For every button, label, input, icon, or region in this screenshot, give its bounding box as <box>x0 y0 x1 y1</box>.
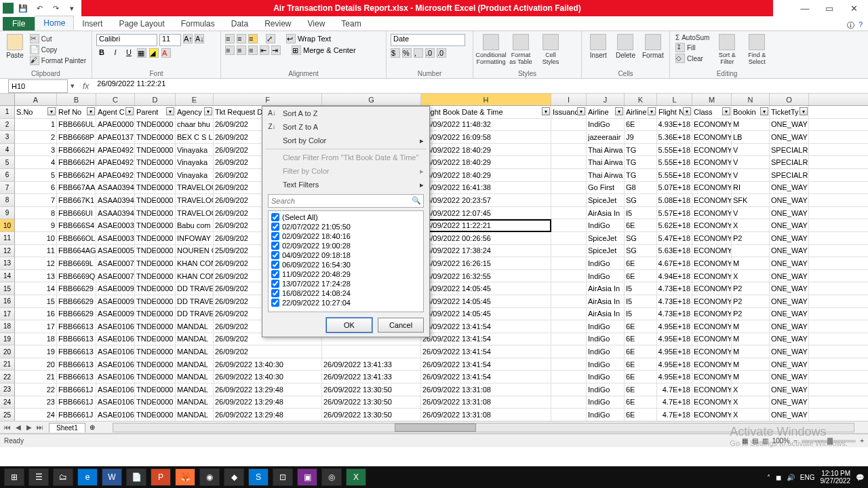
cell[interactable] <box>551 295 587 307</box>
cell[interactable]: 4.95E+18 <box>657 320 692 333</box>
cell[interactable]: TNDE0000 <box>135 156 176 168</box>
filter-cancel-button[interactable]: Cancel <box>378 318 424 333</box>
cell[interactable]: ONE_WAY <box>770 257 809 269</box>
row-header-17[interactable]: 17 <box>0 308 15 321</box>
cell[interactable]: BEX C S LC <box>176 131 214 143</box>
cell[interactable]: ECONOMY <box>692 308 732 320</box>
fill-color-icon[interactable]: ◢ <box>149 48 159 58</box>
app-icon-4[interactable]: ▣ <box>297 468 317 486</box>
cell[interactable]: FBB66613 <box>57 345 96 358</box>
cell[interactable]: 22 <box>15 383 57 396</box>
percent-icon[interactable]: % <box>402 48 412 58</box>
format-painter-button[interactable]: 🖌Format Painter <box>28 56 87 65</box>
indent-decrease-icon[interactable]: ⇤ <box>260 45 269 55</box>
cell[interactable]: M <box>732 257 770 269</box>
filter-checkbox-item[interactable]: 13/07/2022 17:24:28 <box>270 279 422 288</box>
row-header-19[interactable]: 19 <box>0 333 15 346</box>
cell[interactable]: 10 <box>15 232 57 244</box>
row-header-14[interactable]: 14 <box>0 270 15 283</box>
col-header-K[interactable]: K <box>625 94 657 105</box>
cell[interactable]: ASAE0106 <box>96 396 135 409</box>
filter-checkbox-item[interactable]: 02/09/2022 19:00:28 <box>270 241 422 250</box>
cell[interactable]: jazeeraair <box>587 131 625 143</box>
save-icon[interactable]: 💾 <box>16 2 30 14</box>
cell[interactable]: TNDE0000 <box>135 358 176 371</box>
bold-button[interactable]: B <box>96 48 107 58</box>
cell[interactable]: 6E <box>625 119 657 131</box>
cell[interactable]: ECONOMY <box>692 396 732 409</box>
cell[interactable]: ASAE0007 <box>96 270 135 282</box>
word-icon[interactable]: W <box>102 468 122 486</box>
row-header-5[interactable]: 5 <box>0 156 15 169</box>
filter-checkbox[interactable] <box>271 213 279 221</box>
cell[interactable]: FBB6661J <box>57 409 96 421</box>
cell[interactable]: 6E <box>625 358 657 371</box>
col-header-N[interactable]: N <box>732 94 770 105</box>
filter-checkbox[interactable] <box>271 299 279 307</box>
row-header-20[interactable]: 20 <box>0 345 15 358</box>
cell[interactable]: 9 <box>15 219 57 231</box>
cell[interactable]: RI <box>732 182 770 194</box>
cell[interactable]: Thai Airwa <box>587 169 625 181</box>
cell[interactable]: 26/09/2022 13:41:54 <box>421 333 551 345</box>
cell[interactable]: TNDE0000 <box>135 295 176 307</box>
cell[interactable]: FBB667AA <box>57 182 96 194</box>
cell[interactable]: SG <box>625 194 657 206</box>
cell[interactable]: ECONOMY <box>692 119 732 131</box>
cell[interactable]: X <box>732 219 770 231</box>
cell[interactable]: FBB6661J <box>57 383 96 396</box>
filter-checkbox-item[interactable]: 16/08/2022 14:08:24 <box>270 288 422 298</box>
tray-chevron-icon[interactable]: ˄ <box>767 474 770 481</box>
minimize-icon[interactable]: — <box>796 1 814 15</box>
insert-cells-button[interactable]: Insert <box>586 34 610 59</box>
cell[interactable]: ASAE0106 <box>96 358 135 371</box>
border-icon[interactable]: ▦ <box>137 48 146 58</box>
filter-search-input[interactable] <box>268 194 424 208</box>
col-header-F[interactable]: F <box>214 94 322 105</box>
col-header-J[interactable]: J <box>587 94 625 105</box>
cell[interactable]: AirAsia In <box>587 308 625 320</box>
clear-button[interactable]: ◇Clear <box>674 54 711 63</box>
cell[interactable]: ECONOMY <box>692 383 732 396</box>
cell[interactable]: ASAE0007 <box>96 257 135 269</box>
cell[interactable]: 16 <box>15 308 57 320</box>
cell[interactable] <box>551 182 587 194</box>
col-header-E[interactable]: E <box>176 94 214 105</box>
cell[interactable]: M <box>732 119 770 131</box>
row-header-18[interactable]: 18 <box>0 320 15 333</box>
cell[interactable]: 3 <box>15 144 57 156</box>
align-middle-icon[interactable]: ≡ <box>237 34 246 43</box>
cell[interactable] <box>551 131 587 143</box>
filter-value-list[interactable]: (Select All)02/07/2022 21:05:5002/09/202… <box>268 210 424 312</box>
cell[interactable]: TNDE0000 <box>135 371 176 383</box>
cell[interactable]: SFK <box>732 194 770 206</box>
cell[interactable]: TNDE0000 <box>135 144 176 156</box>
col-header-C[interactable]: C <box>96 94 135 105</box>
filter-checkbox-item[interactable]: (Select All) <box>270 212 422 222</box>
header-cell[interactable]: Issuanc▾ <box>551 106 587 118</box>
cell[interactable]: 6E <box>625 371 657 383</box>
cell[interactable]: ONE_WAY <box>770 219 809 231</box>
cell[interactable] <box>551 156 587 168</box>
cell[interactable] <box>551 358 587 371</box>
help-icon[interactable]: ? <box>859 20 863 31</box>
align-center-icon[interactable]: ≡ <box>237 45 246 55</box>
tray-clock[interactable]: 12:10 PM 9/27/2022 <box>821 470 851 485</box>
cell[interactable]: TG <box>625 169 657 181</box>
row-header-22[interactable]: 22 <box>0 371 15 383</box>
cell[interactable]: ASAA0394 <box>96 194 135 206</box>
cell[interactable]: 17 <box>15 320 57 333</box>
text-filters[interactable]: Text Filters▸ <box>262 178 429 191</box>
restore-icon[interactable]: ▭ <box>821 1 838 15</box>
cell[interactable]: ONE_WAY <box>770 320 809 333</box>
cell[interactable]: M <box>732 333 770 345</box>
tab-view[interactable]: View <box>300 17 334 31</box>
increase-font-icon[interactable]: A↑ <box>183 34 193 43</box>
header-cell[interactable]: Flight Book Date & Time▾ <box>421 106 551 118</box>
cell[interactable]: ONE_WAY <box>770 207 809 219</box>
cell[interactable] <box>322 345 421 358</box>
cell[interactable]: ONE_WAY <box>770 396 809 409</box>
cell[interactable]: M <box>732 345 770 358</box>
row-header-12[interactable]: 12 <box>0 245 15 258</box>
filter-ok-button[interactable]: OK <box>326 318 372 333</box>
